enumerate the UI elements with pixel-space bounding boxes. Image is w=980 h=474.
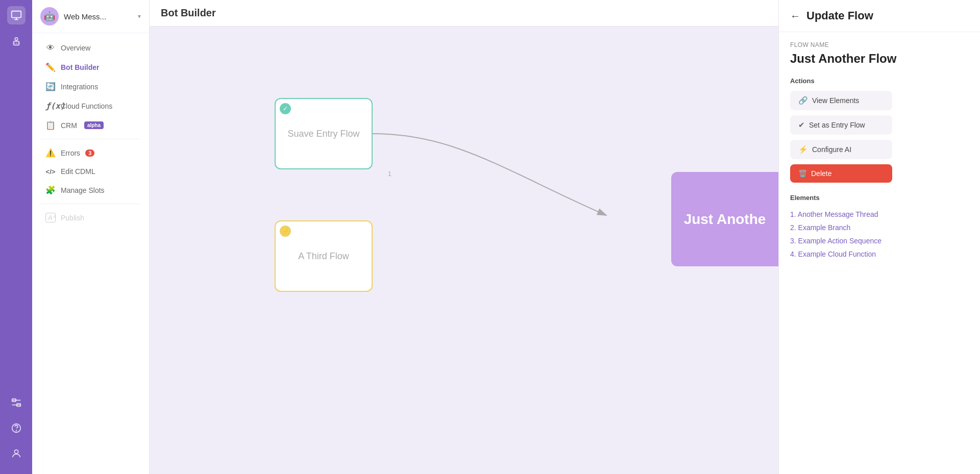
cloud-functions-icon: ƒ(x) (45, 101, 56, 111)
element-label-3: Example Action Sequence (798, 237, 881, 245)
element-number-1: 1. (790, 210, 798, 218)
element-label-2: Example Branch (798, 223, 851, 232)
element-label-1: Another Message Thread (798, 210, 878, 218)
bot-builder-icon: ✏️ (45, 62, 56, 72)
actions-section-label: Actions (790, 77, 969, 85)
element-label-4: Example Cloud Function (798, 250, 876, 258)
back-button[interactable]: ← (790, 11, 800, 21)
elements-section: Elements 1. Another Message Thread 2. Ex… (790, 194, 969, 261)
panel-title: Update Flow (806, 9, 873, 22)
element-item-4[interactable]: 4. Example Cloud Function (790, 247, 969, 261)
sidebar-item-publish[interactable]: Aᴬ Publish (36, 208, 145, 227)
third-bolt-icon: ⚡ (280, 226, 291, 237)
sidebar-header: 🤖 Web Mess... ▾ (32, 0, 149, 33)
panel-header: ← Update Flow (779, 0, 980, 32)
alpha-badge: alpha (84, 121, 104, 129)
entry-flow-label: Suave Entry Flow (287, 129, 359, 139)
arrow-label: 1 (388, 170, 391, 178)
entry-flow-node[interactable]: ✓ Suave Entry Flow (275, 98, 373, 169)
elements-section-label: Elements (790, 194, 969, 202)
element-number-4: 4. (790, 250, 798, 258)
errors-badge: 3 (85, 149, 94, 157)
check-icon: ✔ (798, 120, 805, 130)
translate-icon[interactable] (7, 393, 26, 412)
svg-point-3 (15, 38, 18, 41)
sidebar-nav: 👁 Overview ✏️ Bot Builder 🔄 Integrations… (32, 33, 149, 474)
sidebar-item-label: Cloud Functions (61, 102, 112, 110)
svg-rect-0 (11, 11, 20, 18)
sidebar-item-label: CRM (61, 121, 77, 130)
messages-icon[interactable] (7, 6, 26, 24)
flow-name-value: Just Another Flow (790, 52, 969, 66)
sidebar-item-bot-builder[interactable]: ✏️ Bot Builder (36, 58, 145, 77)
panel-body: Flow Name Just Another Flow Actions 🔗 Vi… (779, 32, 980, 270)
set-entry-flow-button[interactable]: ✔ Set as Entry Flow (790, 115, 892, 135)
configure-ai-button[interactable]: ⚡ Configure AI (790, 140, 892, 159)
nav-divider-1 (40, 139, 141, 139)
trash-icon: 🗑️ (798, 169, 807, 178)
sidebar-item-label: Integrations (61, 83, 98, 91)
sidebar-item-manage-slots[interactable]: 🧩 Manage Slots (36, 181, 145, 199)
publish-icon: Aᴬ (45, 213, 56, 222)
sidebar-item-overview[interactable]: 👁 Overview (36, 39, 145, 57)
element-item-1[interactable]: 1. Another Message Thread (790, 208, 969, 221)
main-header: Bot Builder (150, 0, 778, 27)
page-title: Bot Builder (161, 7, 216, 18)
sidebar-item-edit-cdml[interactable]: </> Edit CDML (36, 163, 145, 180)
canvas[interactable]: 1 ✓ Suave Entry Flow ⚡ A Third Flow Just… (150, 27, 778, 474)
icon-bar (0, 0, 32, 474)
help-icon[interactable] (7, 419, 26, 437)
crm-icon: 📋 (45, 120, 56, 130)
sidebar-item-integrations[interactable]: 🔄 Integrations (36, 77, 145, 96)
sidebar-item-crm[interactable]: 📋 CRM alpha (36, 116, 145, 135)
sidebar-chevron-icon[interactable]: ▾ (138, 13, 141, 20)
bot-nav-icon[interactable] (7, 32, 26, 50)
sidebar-item-label: Bot Builder (61, 63, 99, 71)
set-entry-flow-label: Set as Entry Flow (809, 121, 865, 129)
delete-button[interactable]: 🗑️ Delete (790, 164, 892, 183)
element-number-2: 2. (790, 223, 798, 232)
configure-ai-label: Configure AI (812, 145, 851, 154)
integrations-icon: 🔄 (45, 82, 56, 91)
overview-icon: 👁 (45, 43, 56, 53)
purple-flow-node[interactable]: Just Anothe (671, 172, 778, 266)
sidebar-workspace-title: Web Mess... (64, 12, 133, 21)
errors-icon: ⚠️ (45, 148, 56, 158)
third-flow-label: A Third Flow (298, 251, 349, 262)
sidebar-item-cloud-functions[interactable]: ƒ(x) Cloud Functions (36, 96, 145, 115)
element-number-3: 3. (790, 237, 798, 245)
sidebar-item-label: Edit CDML (61, 167, 95, 176)
element-item-3[interactable]: 3. Example Action Sequence (790, 234, 969, 247)
delete-label: Delete (811, 169, 831, 178)
slots-icon: 🧩 (45, 185, 56, 195)
flow-name-label: Flow Name (790, 41, 969, 48)
user-icon[interactable] (7, 444, 26, 463)
third-flow-node[interactable]: ⚡ A Third Flow (275, 220, 373, 292)
element-item-2[interactable]: 2. Example Branch (790, 221, 969, 234)
svg-point-14 (14, 450, 18, 454)
sidebar: 🤖 Web Mess... ▾ 👁 Overview ✏️ Bot Builde… (32, 0, 150, 474)
bolt-icon: ⚡ (798, 145, 808, 154)
sidebar-item-errors[interactable]: ⚠️ Errors 3 (36, 143, 145, 162)
cdml-icon: </> (45, 168, 56, 176)
sidebar-item-label: Publish (61, 214, 84, 222)
purple-flow-label: Just Anothe (684, 211, 766, 228)
svg-point-13 (16, 430, 16, 431)
link-icon: 🔗 (798, 96, 808, 105)
view-elements-button[interactable]: 🔗 View Elements (790, 91, 892, 110)
sidebar-item-label: Overview (61, 44, 90, 52)
entry-check-icon: ✓ (280, 103, 291, 114)
view-elements-label: View Elements (812, 96, 859, 105)
sidebar-item-label: Errors (61, 149, 80, 157)
sidebar-item-label: Manage Slots (61, 186, 105, 194)
sidebar-logo: 🤖 (40, 7, 59, 26)
main-area: Bot Builder 1 ✓ Suave Entry Flow ⚡ A Thi… (150, 0, 778, 474)
right-panel: ← Update Flow Flow Name Just Another Flo… (778, 0, 980, 474)
nav-divider-2 (40, 204, 141, 204)
